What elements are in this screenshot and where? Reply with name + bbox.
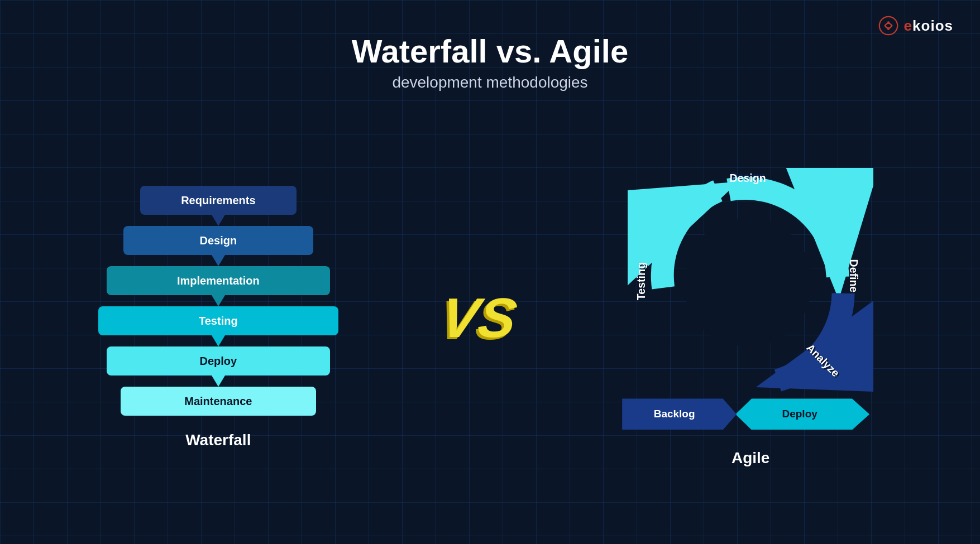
wf-step-implementation: Implementation (107, 266, 330, 306)
vs-text: VS (438, 290, 520, 345)
svg-text:Testing: Testing (635, 263, 647, 301)
wf-step-deploy: Deploy (107, 346, 330, 387)
page-title: Waterfall vs. Agile (352, 33, 628, 69)
agile-backlog-arrow: Backlog (622, 398, 737, 430)
wf-step-maintenance: Maintenance (121, 387, 316, 416)
waterfall-steps: Requirements Design Implementation (98, 186, 338, 416)
agile-deploy-arrow: Deploy (735, 398, 869, 430)
waterfall-section: Requirements Design Implementation (73, 186, 364, 449)
svg-text:Design: Design (730, 172, 766, 185)
main-container: ekoios Waterfall vs. Agile development m… (0, 0, 980, 544)
wf-step-testing: Testing (98, 306, 338, 346)
logo-icon (878, 16, 898, 36)
waterfall-label: Waterfall (185, 431, 251, 449)
page-subtitle: development methodologies (352, 74, 628, 92)
wf-design-box: Design (123, 226, 313, 255)
wf-requirements-box: Requirements (140, 186, 297, 215)
svg-point-0 (879, 17, 897, 35)
header: Waterfall vs. Agile development methodol… (352, 33, 628, 92)
wf-deploy-box: Deploy (107, 346, 330, 375)
agile-cycle-svg: Design Design Design Define Define Analy… (628, 168, 873, 402)
wf-step-design: Design (123, 226, 313, 266)
svg-text:Define: Define (848, 259, 860, 293)
main-content: Requirements Design Implementation (0, 92, 980, 544)
logo-text: ekoios (904, 17, 953, 35)
wf-implementation-box: Implementation (107, 266, 330, 295)
wf-arrow-2 (212, 255, 225, 266)
svg-point-1 (887, 21, 890, 24)
agile-label: Agile (732, 449, 769, 467)
agile-diagram: Design Design Design Define Define Analy… (611, 168, 890, 436)
wf-maintenance-box: Maintenance (121, 387, 316, 416)
wf-arrow-1 (212, 215, 225, 226)
vs-separator: VS (442, 290, 515, 345)
wf-testing-box: Testing (98, 306, 338, 335)
svg-point-5 (683, 218, 812, 347)
agile-section: Design Design Design Define Define Analy… (594, 168, 907, 467)
wf-arrow-5 (212, 375, 225, 387)
wf-step-requirements: Requirements (140, 186, 297, 226)
logo: ekoios (878, 16, 953, 36)
svg-point-2 (887, 27, 890, 30)
wf-arrow-4 (212, 335, 225, 346)
wf-arrow-3 (212, 295, 225, 306)
